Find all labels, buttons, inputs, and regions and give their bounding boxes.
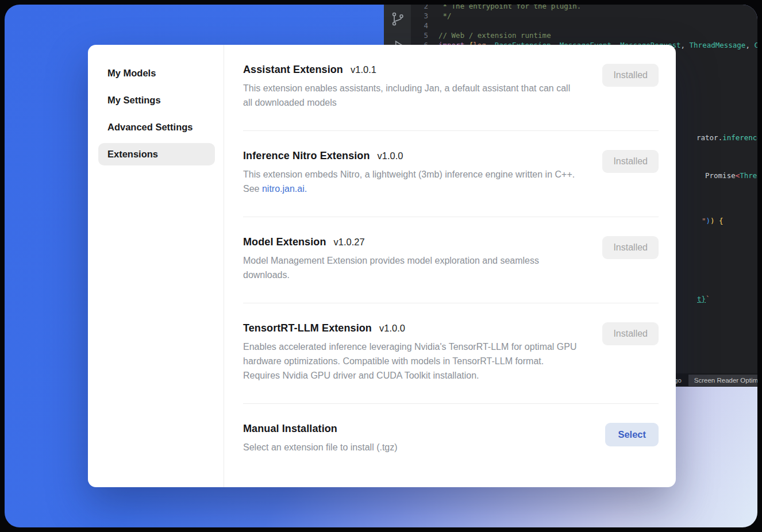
line-number: 3: [411, 11, 428, 21]
extension-row-tensorrt-llm: TensortRT-LLM Extension v1.0.0 Enables a…: [243, 303, 659, 404]
code-token: rator.: [696, 133, 722, 142]
code-line: 5// Web / extension runtime: [411, 30, 757, 40]
extension-version: v1.0.0: [378, 151, 403, 161]
extension-info: Assistant Extension v1.0.1 This extensio…: [243, 64, 579, 110]
code-fragment: t}`: [697, 294, 710, 304]
extension-action: Installed: [602, 150, 659, 173]
extensions-list: Assistant Extension v1.0.1 This extensio…: [224, 45, 676, 487]
source-control-icon[interactable]: [390, 11, 405, 26]
nitro-jan-ai-link[interactable]: nitro.jan.ai.: [262, 184, 307, 194]
line-number: 4: [411, 21, 428, 30]
code-fragment: Promise<ThreadMessage>: [705, 171, 757, 180]
extension-info: Model Extension v1.0.27 Model Management…: [243, 236, 562, 282]
code-token: ): [710, 217, 715, 225]
extension-info: Inference Nitro Extension v1.0.0 This ex…: [243, 150, 579, 196]
installed-button[interactable]: Installed: [602, 236, 659, 259]
extension-name: Manual Installation: [243, 423, 337, 435]
extension-title-row: Assistant Extension v1.0.1: [243, 64, 579, 76]
code-token: // Web / extension runtime: [438, 31, 551, 40]
extension-name: Assistant Extension: [243, 64, 343, 76]
extension-title-row: Model Extension v1.0.27: [243, 236, 562, 248]
code-text: // Web / extension runtime: [438, 30, 551, 40]
extension-description: This extension enables assistants, inclu…: [243, 81, 579, 110]
sidebar-item-my-models[interactable]: My Models: [98, 62, 215, 84]
code-lines: 2 * The entrypoint for the plugin.3 */45…: [411, 5, 757, 50]
code-token: ThreadMessage: [740, 171, 757, 180]
code-text: */: [438, 11, 452, 21]
code-token: ,: [681, 41, 690, 49]
code-fragment: ")) {: [702, 216, 723, 226]
extension-name: Inference Nitro Extension: [243, 150, 370, 162]
code-line: 2 * The entrypoint for the plugin.: [411, 5, 757, 11]
code-token: ThreadMessage: [690, 41, 746, 49]
code-fragment: rator.inference(data));: [696, 133, 757, 142]
code-token: ,: [745, 41, 754, 49]
code-line: 3 */: [411, 11, 757, 21]
code-line: 4: [411, 21, 757, 30]
sidebar-item-advanced-settings[interactable]: Advanced Settings: [98, 116, 215, 138]
extension-info: TensortRT-LLM Extension v1.0.0 Enables a…: [243, 322, 579, 383]
extension-row-inference-nitro: Inference Nitro Extension v1.0.0 This ex…: [243, 131, 659, 217]
code-token: * The entrypoint for the plugin.: [438, 5, 581, 10]
code-text: * The entrypoint for the plugin.: [438, 5, 581, 11]
extension-title-row: Inference Nitro Extension v1.0.0: [243, 150, 579, 162]
extension-action: Installed: [602, 322, 659, 345]
settings-modal: My Models My Settings Advanced Settings …: [88, 45, 676, 487]
code-token: ": [702, 217, 706, 225]
select-button[interactable]: Select: [605, 423, 659, 446]
installed-button[interactable]: Installed: [602, 322, 659, 345]
extension-info: Manual Installation Select an extension …: [243, 423, 398, 454]
extension-description: Select an extension file to install (.tg…: [243, 440, 398, 454]
extension-row-manual-installation: Manual Installation Select an extension …: [243, 404, 659, 475]
extension-description: Enables accelerated inference leveraging…: [243, 340, 579, 383]
code-token: Promise: [705, 171, 736, 180]
extension-title-row: Manual Installation: [243, 423, 398, 435]
background-scene: 2 * The entrypoint for the plugin.3 */45…: [5, 5, 757, 527]
extension-version: v1.0.1: [351, 64, 376, 75]
extension-version: v1.0.0: [379, 323, 405, 334]
extension-row-assistant: Assistant Extension v1.0.1 This extensio…: [243, 45, 659, 131]
line-number: 2: [411, 5, 428, 11]
code-token: t}: [697, 295, 706, 303]
code-token: inference: [722, 133, 757, 142]
settings-sidebar: My Models My Settings Advanced Settings …: [88, 45, 224, 487]
sidebar-item-my-settings[interactable]: My Settings: [98, 89, 215, 111]
code-token: */: [438, 11, 452, 20]
extension-name: TensortRT-LLM Extension: [243, 322, 372, 334]
installed-button[interactable]: Installed: [602, 150, 659, 173]
code-token: ): [706, 217, 711, 225]
extension-action: Installed: [602, 236, 659, 259]
code-token: {: [715, 217, 723, 225]
line-number: 5: [411, 30, 428, 40]
code-token: `: [706, 295, 710, 303]
extension-row-model: Model Extension v1.0.27 Model Management…: [243, 217, 659, 303]
extension-version: v1.0.27: [334, 237, 365, 248]
extension-description: Model Management Extension provides mode…: [243, 253, 562, 282]
sidebar-item-extensions[interactable]: Extensions: [98, 143, 215, 165]
extension-description: This extension embeds Nitro, a lightweig…: [243, 167, 579, 196]
code-area: 2 * The entrypoint for the plugin.3 */45…: [411, 5, 757, 50]
screen-reader-status-item[interactable]: Screen Reader Optimized: [688, 375, 757, 386]
installed-button[interactable]: Installed: [602, 64, 659, 87]
extension-action: Select: [605, 423, 659, 446]
extension-action: Installed: [602, 64, 659, 87]
extension-title-row: TensortRT-LLM Extension v1.0.0: [243, 322, 579, 334]
extension-name: Model Extension: [243, 236, 326, 248]
code-token: ContentType: [754, 41, 757, 49]
